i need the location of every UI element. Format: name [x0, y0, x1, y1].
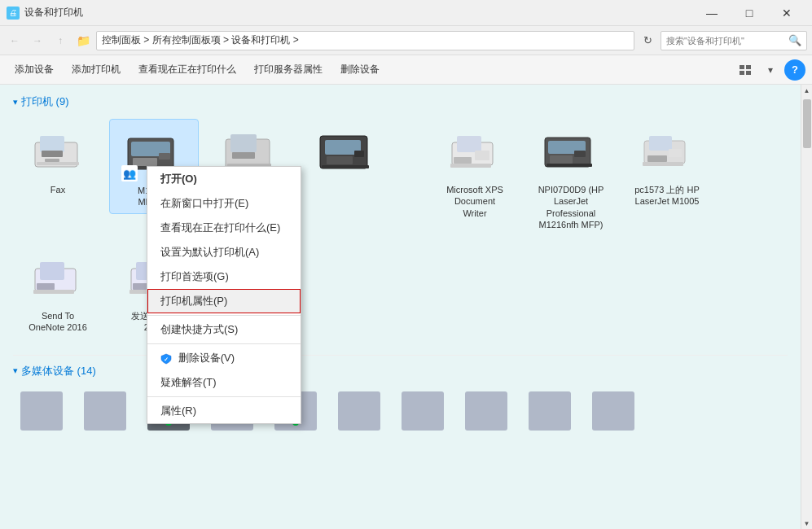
ctx-open[interactable]: 打开(O): [147, 167, 301, 191]
title-bar-text: 设备和打印机: [24, 6, 693, 20]
view-toggle-button[interactable]: [735, 59, 757, 81]
svg-rect-22: [322, 165, 369, 168]
print-server-props-button[interactable]: 打印服务器属性: [246, 59, 331, 81]
view-dropdown-button[interactable]: ▾: [760, 59, 781, 81]
printer-item-4[interactable]: [301, 119, 391, 189]
svg-rect-39: [40, 262, 64, 280]
app-icon: 🖨: [7, 7, 20, 20]
pc1573-svg: [638, 128, 696, 177]
printer4-svg: [317, 128, 375, 177]
svg-rect-16: [232, 152, 255, 159]
ctx-print-prefs[interactable]: 打印首选项(G): [147, 264, 301, 289]
svg-rect-36: [669, 149, 682, 157]
ctx-troubleshoot[interactable]: 疑难解答(T): [147, 370, 301, 395]
svg-rect-24: [457, 136, 481, 152]
printer4-icon-container: [314, 124, 379, 181]
xps-svg: [446, 128, 504, 177]
svg-rect-40: [37, 283, 55, 290]
svg-rect-26: [450, 164, 491, 168]
minimize-button[interactable]: —: [693, 0, 731, 26]
media-item-9[interactable]: [521, 388, 578, 434]
svg-text:✓: ✓: [164, 356, 169, 362]
ctx-printer-props[interactable]: 打印机属性(P): [147, 289, 301, 313]
ctx-remove-device[interactable]: ✓ 删除设备(V): [147, 346, 301, 370]
ctx-create-shortcut[interactable]: 创建快捷方式(S): [147, 317, 301, 342]
ctx-properties[interactable]: 属性(R): [147, 399, 301, 423]
up-button[interactable]: ↑: [50, 31, 70, 50]
ctx-separator-2: [147, 343, 301, 344]
scroll-thumb[interactable]: [803, 99, 811, 148]
add-printer-button[interactable]: 添加打印机: [64, 59, 129, 81]
fax-icon-container: [25, 124, 90, 181]
svg-rect-0: [740, 65, 744, 69]
svg-rect-35: [647, 155, 667, 162]
context-menu: 打开(O) 在新窗口中打开(E) 查看现在正在打印什么(E) 设置为默认打印机(…: [147, 166, 301, 424]
svg-rect-34: [649, 136, 672, 151]
svg-rect-21: [354, 151, 364, 157]
printer-item-pc1573[interactable]: pc1573 上的 HPLaserJet M1005: [622, 119, 712, 212]
remove-device-button[interactable]: 删除设备: [332, 59, 388, 81]
svg-rect-31: [574, 151, 586, 157]
close-button[interactable]: ✕: [768, 0, 805, 26]
printers-grid: Fax 👥 M1216nMFP1-3: [13, 119, 788, 235]
multimedia-label: 多媒体设备 (14): [21, 364, 96, 378]
svg-rect-25: [454, 157, 472, 164]
maximize-button[interactable]: □: [731, 0, 768, 26]
media-item-2[interactable]: [77, 388, 134, 434]
media-item-6[interactable]: [331, 388, 388, 434]
address-path[interactable]: 控制面板 > 所有控制面板项 > 设备和打印机 >: [96, 31, 634, 50]
media-item-7[interactable]: [394, 388, 451, 434]
printers-chevron: ▾: [13, 97, 18, 107]
printers-label: 打印机 (9): [21, 94, 69, 109]
search-icon: 🔍: [788, 34, 801, 46]
add-device-button[interactable]: 添加设备: [7, 59, 62, 81]
view-current-print-button[interactable]: 查看现在正在打印什么: [130, 59, 244, 81]
ctx-view-current-print[interactable]: 查看现在正在打印什么(E): [147, 216, 301, 240]
svg-rect-3: [746, 71, 751, 75]
address-bar: ← → ↑ 📁 控制面板 > 所有控制面板项 > 设备和打印机 > ↻ 🔍: [0, 26, 812, 55]
ctx-separator-3: [147, 396, 301, 397]
media-icon-7: [402, 391, 444, 431]
back-button[interactable]: ←: [5, 31, 24, 50]
multimedia-section-header[interactable]: ▾ 多媒体设备 (14): [13, 364, 788, 378]
svg-rect-15: [230, 134, 257, 152]
svg-rect-7: [45, 159, 59, 162]
media-icon-9: [529, 391, 571, 431]
multimedia-section: ▾ 多媒体设备 (14): [13, 355, 788, 434]
printer-item-xps[interactable]: Microsoft XPSDocumentWriter: [430, 119, 520, 224]
toolbar-right: ▾ ?: [735, 59, 805, 81]
ctx-set-default[interactable]: 设置为默认打印机(A): [147, 240, 301, 264]
refresh-button[interactable]: ↻: [638, 31, 657, 50]
svg-rect-20: [327, 156, 353, 164]
grid-view-icon: [740, 65, 753, 75]
onenote2016-label: Send ToOneNote 2016: [29, 310, 87, 334]
scrollbar[interactable]: ▲ ▼: [801, 85, 812, 529]
forward-button[interactable]: →: [28, 31, 47, 50]
onenote2016-icon: [25, 250, 90, 307]
printer-item-fax[interactable]: Fax: [13, 119, 103, 200]
media-icon-8: [465, 391, 507, 431]
media-item-10[interactable]: [585, 388, 642, 434]
media-icon-1: [20, 391, 63, 431]
svg-rect-5: [40, 136, 64, 152]
media-icon-2: [84, 391, 126, 431]
svg-rect-41: [33, 290, 74, 294]
printer-item-onenote2016[interactable]: Send ToOneNote 2016: [13, 245, 103, 339]
printer-item-npi[interactable]: NPI07D0D9 (HPLaserJetProfessionalM1216nf…: [526, 119, 616, 235]
ctx-open-new-window[interactable]: 在新窗口中打开(E): [147, 191, 301, 216]
search-input[interactable]: [666, 36, 788, 46]
printers-section-header[interactable]: ▾ 打印机 (9): [13, 94, 788, 109]
search-box[interactable]: 🔍: [661, 31, 807, 50]
fax-label: Fax: [50, 184, 65, 195]
shield-icon: ✓: [160, 353, 172, 365]
scroll-up-arrow[interactable]: ▲: [801, 85, 813, 96]
printers-row2: Send ToOneNote 2016 发送至 One2013: [13, 245, 788, 339]
media-item-1[interactable]: [13, 388, 70, 434]
media-item-8[interactable]: [458, 388, 515, 434]
scroll-track[interactable]: [801, 96, 812, 518]
content-area: ▾ 打印机 (9) Fax: [0, 85, 801, 529]
help-button[interactable]: ?: [784, 59, 805, 81]
multimedia-grid: [13, 388, 788, 434]
media-icon-6: [338, 391, 380, 431]
scroll-down-arrow[interactable]: ▼: [801, 518, 813, 529]
